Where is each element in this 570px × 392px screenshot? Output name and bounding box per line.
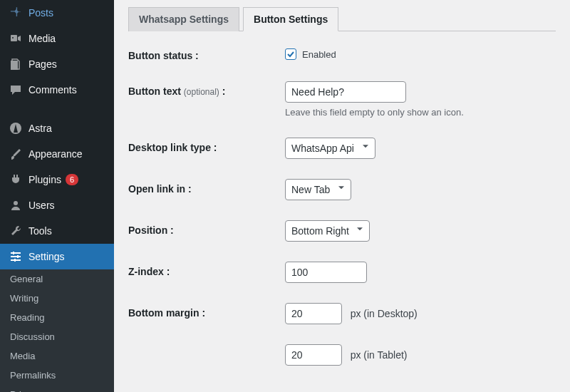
checkbox-enabled[interactable] xyxy=(285,48,296,60)
label-zindex: Z-index : xyxy=(128,262,285,283)
suffix-desktop: px (in Desktop) xyxy=(351,308,418,319)
label-button-status: Button status : xyxy=(128,46,285,61)
tab-bar: Whatsapp Settings Button Settings xyxy=(128,7,556,31)
svg-rect-4 xyxy=(11,252,21,254)
submenu-item-writing[interactable]: Writing xyxy=(0,289,114,308)
pin-icon xyxy=(9,6,23,20)
input-zindex[interactable] xyxy=(285,262,367,283)
svg-point-3 xyxy=(14,201,18,205)
sidebar-item-posts[interactable]: Posts xyxy=(0,0,114,26)
comment-icon xyxy=(9,83,23,97)
sidebar-item-label: Pages xyxy=(28,58,57,70)
row-desktop-link-type: Desktop link type : WhatsApp Api xyxy=(128,138,556,159)
select-desktop-link-type[interactable]: WhatsApp Api xyxy=(285,138,375,159)
settings-form: Button status : Enabled Button text (opt… xyxy=(128,46,556,366)
row-open-link-in: Open link in : New Tab xyxy=(128,179,556,200)
plugin-icon xyxy=(9,172,23,187)
sidebar-item-label: Plugins xyxy=(28,174,61,185)
input-bottom-margin-desktop[interactable] xyxy=(285,303,342,324)
admin-sidebar: Posts Media Pages Comments Astra Appeara… xyxy=(0,0,114,392)
svg-rect-7 xyxy=(13,252,14,254)
submenu-item-reading[interactable]: Reading xyxy=(0,308,114,327)
svg-rect-0 xyxy=(11,35,17,41)
sidebar-item-label: Users xyxy=(28,200,55,211)
sidebar-item-label: Posts xyxy=(28,7,53,19)
svg-rect-1 xyxy=(11,61,18,70)
update-badge: 6 xyxy=(66,174,78,185)
row-zindex: Z-index : xyxy=(128,262,556,283)
submenu-item-privacy[interactable]: Privacy xyxy=(0,385,114,392)
suffix-tablet: px (in Tablet) xyxy=(351,349,408,361)
sidebar-item-settings[interactable]: Settings xyxy=(0,244,114,269)
svg-rect-9 xyxy=(14,259,16,262)
checkbox-enabled-label: Enabled xyxy=(302,49,336,60)
label-button-text: Button text (optional) : xyxy=(128,81,285,118)
pages-icon xyxy=(9,57,23,71)
media-icon xyxy=(9,31,23,46)
main-content: Whatsapp Settings Button Settings Button… xyxy=(114,0,570,392)
select-position[interactable]: Bottom Right xyxy=(285,220,370,242)
sidebar-item-label: Appearance xyxy=(28,148,83,160)
submenu-item-media[interactable]: Media xyxy=(0,346,114,366)
row-button-text: Button text (optional) : Leave this fiel… xyxy=(128,81,556,118)
sidebar-item-comments[interactable]: Comments xyxy=(0,77,114,103)
sidebar-item-label: Settings xyxy=(28,251,65,262)
desc-button-text: Leave this field empty to only show an i… xyxy=(285,107,556,118)
user-icon xyxy=(9,198,23,212)
tab-button-settings[interactable]: Button Settings xyxy=(243,7,338,31)
submenu-item-discussion[interactable]: Discussion xyxy=(0,327,114,346)
input-bottom-margin-tablet[interactable] xyxy=(285,344,342,366)
astra-icon xyxy=(9,121,23,135)
row-position: Position : Bottom Right xyxy=(128,220,556,242)
sidebar-item-pages[interactable]: Pages xyxy=(0,51,114,77)
brush-icon xyxy=(9,147,23,161)
sidebar-item-users[interactable]: Users xyxy=(0,192,114,218)
settings-submenu: General Writing Reading Discussion Media… xyxy=(0,269,114,392)
svg-rect-5 xyxy=(11,256,21,257)
submenu-item-permalinks[interactable]: Permalinks xyxy=(0,366,114,385)
sliders-icon xyxy=(9,249,23,264)
row-button-status: Button status : Enabled xyxy=(128,46,556,61)
tab-whatsapp-settings[interactable]: Whatsapp Settings xyxy=(128,7,239,31)
input-button-text[interactable] xyxy=(285,81,406,103)
sidebar-item-astra[interactable]: Astra xyxy=(0,115,114,141)
sidebar-item-appearance[interactable]: Appearance xyxy=(0,141,114,167)
sidebar-item-label: Comments xyxy=(28,84,77,96)
sidebar-item-media[interactable]: Media xyxy=(0,26,114,51)
sidebar-item-plugins[interactable]: Plugins 6 xyxy=(0,167,114,192)
sidebar-item-label: Tools xyxy=(28,225,52,237)
submenu-item-general[interactable]: General xyxy=(0,269,114,289)
wrench-icon xyxy=(9,224,23,238)
sidebar-item-tools[interactable]: Tools xyxy=(0,218,114,244)
select-open-link-in[interactable]: New Tab xyxy=(285,179,351,200)
label-bottom-margin: Bottom margin : xyxy=(128,303,285,324)
sidebar-item-label: Astra xyxy=(28,123,52,134)
menu-separator xyxy=(0,103,114,115)
label-desktop-link-type: Desktop link type : xyxy=(128,138,285,159)
label-open-link-in: Open link in : xyxy=(128,179,285,200)
svg-rect-8 xyxy=(17,255,19,258)
sidebar-item-label: Media xyxy=(28,33,56,44)
row-bottom-margin-tablet: px (in Tablet) xyxy=(128,344,556,366)
label-position: Position : xyxy=(128,220,285,242)
row-bottom-margin-desktop: Bottom margin : px (in Desktop) xyxy=(128,303,556,324)
